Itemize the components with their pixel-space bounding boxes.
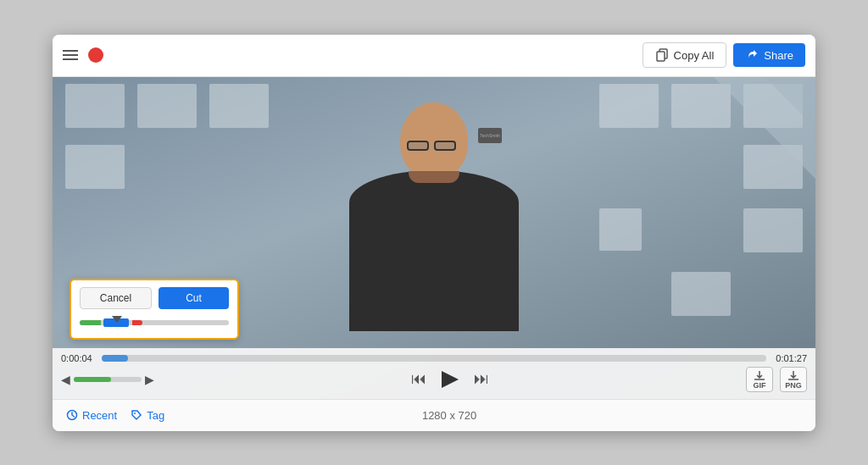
record-button[interactable] <box>88 47 103 63</box>
bottom-bar: Recent Tag 1280 x 720 <box>53 399 815 431</box>
share-label: Share <box>764 49 793 62</box>
cancel-button[interactable]: Cancel <box>80 287 152 309</box>
volume-right-icon[interactable]: ▶ <box>145 373 154 386</box>
tag-icon <box>131 409 142 421</box>
timeline-progress <box>102 355 128 362</box>
gif-button[interactable]: GIF <box>746 367 773 392</box>
video-container: TechSmith Cancel Cut <box>53 77 815 399</box>
cut-button[interactable]: Cut <box>159 287 229 309</box>
tag-label: Tag <box>147 409 164 422</box>
volume-left-icon[interactable]: ◀ <box>61 373 70 386</box>
controls-right: GIF PNG <box>746 367 807 392</box>
png-label: PNG <box>785 381 802 390</box>
timeline-track[interactable] <box>102 355 766 362</box>
share-icon <box>745 48 759 62</box>
volume-bar[interactable] <box>74 377 142 382</box>
controls-left: ◀ ▶ <box>61 373 154 386</box>
play-button[interactable] <box>438 368 462 391</box>
video-dimensions: 1280 x 720 <box>422 409 476 422</box>
png-button[interactable]: PNG <box>780 367 807 392</box>
gif-label: GIF <box>754 381 766 390</box>
timeline-row: 0:00:04 0:01:27 <box>61 353 807 363</box>
current-time: 0:00:04 <box>61 353 97 363</box>
bottom-left: Recent Tag <box>66 409 164 422</box>
video-controls: 0:00:04 0:01:27 ◀ ▶ ⏮ <box>53 348 815 399</box>
fast-forward-button[interactable]: ⏭ <box>474 370 489 388</box>
svg-rect-1 <box>657 52 665 61</box>
toolbar-left <box>63 47 103 63</box>
recent-label: Recent <box>82 409 117 422</box>
cut-timeline <box>80 316 229 329</box>
person-body: TechSmith <box>349 170 519 331</box>
copy-all-label: Copy All <box>674 49 715 62</box>
rewind-button[interactable]: ⏮ <box>411 370 426 388</box>
cut-popup-buttons: Cancel Cut <box>80 287 229 309</box>
share-button[interactable]: Share <box>733 43 805 67</box>
tag-item[interactable]: Tag <box>131 409 164 422</box>
recent-item[interactable]: Recent <box>66 409 117 422</box>
copy-icon <box>655 48 669 62</box>
png-download-icon <box>785 369 802 381</box>
cut-popup: Cancel Cut <box>70 279 239 340</box>
recent-icon <box>66 409 78 421</box>
gif-download-icon <box>751 369 768 381</box>
copy-all-button[interactable]: Copy All <box>643 42 727 68</box>
controls-center: ⏮ ⏭ <box>411 368 489 391</box>
decorative-triangle <box>714 77 815 179</box>
app-window: Copy All Share <box>53 35 815 431</box>
person-head <box>400 102 468 179</box>
controls-row: ◀ ▶ ⏮ ⏭ <box>61 367 807 392</box>
total-time: 0:01:27 <box>771 353 807 363</box>
svg-point-5 <box>134 412 136 414</box>
menu-icon[interactable] <box>63 50 78 60</box>
person-figure: TechSmith <box>341 102 527 331</box>
toolbar: Copy All Share <box>53 35 815 77</box>
volume-fill <box>74 377 111 382</box>
toolbar-right: Copy All Share <box>643 42 805 68</box>
